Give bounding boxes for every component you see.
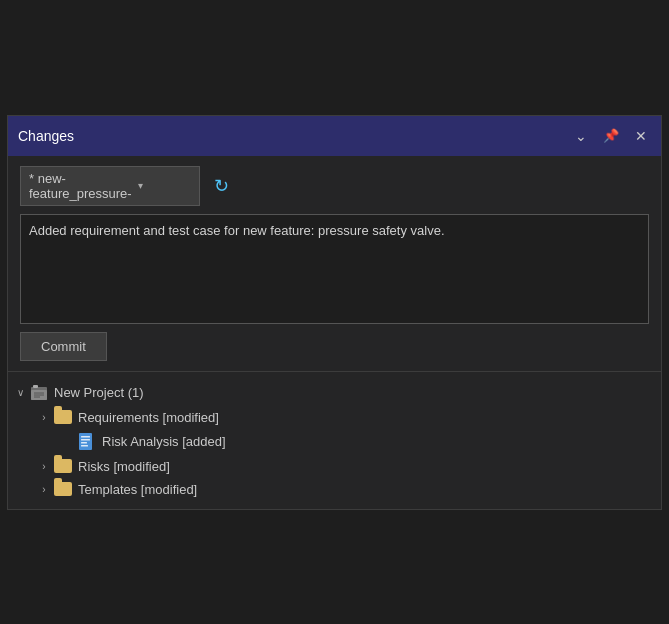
folder-icon-risks (52, 459, 74, 473)
branch-row: * new-feature_pressure- ▾ ↻ (20, 166, 649, 206)
branch-chevron-icon: ▾ (138, 180, 191, 191)
doc-icon-risk-analysis (76, 433, 98, 451)
title-bar: Changes ⌄ 📌 ✕ (8, 116, 661, 156)
expand-icon-templates: › (36, 484, 52, 495)
expand-icon-risks: › (36, 461, 52, 472)
svg-rect-8 (81, 439, 90, 441)
pin-icon: 📌 (603, 128, 619, 143)
tree-section: ∨ New Project (1) › Requirements [modifi… (8, 376, 661, 509)
requirements-label: Requirements [modified] (78, 410, 219, 425)
svg-rect-2 (33, 385, 38, 388)
tree-item-risks[interactable]: › Risks [modified] (8, 455, 661, 478)
svg-rect-7 (81, 436, 90, 438)
title-bar-controls: ⌄ 📌 ✕ (571, 126, 651, 146)
templates-label: Templates [modified] (78, 482, 197, 497)
tree-root-item[interactable]: ∨ New Project (1) (8, 380, 661, 406)
expand-icon-requirements: › (36, 412, 52, 423)
risks-label: Risks [modified] (78, 459, 170, 474)
branch-selector[interactable]: * new-feature_pressure- ▾ (20, 166, 200, 206)
collapse-button[interactable]: ⌄ (571, 126, 591, 146)
tree-item-templates[interactable]: › Templates [modified] (8, 478, 661, 501)
commit-message-input[interactable] (20, 214, 649, 324)
folder-icon-templates (52, 482, 74, 496)
commit-button[interactable]: Commit (20, 332, 107, 361)
refresh-icon: ↻ (214, 175, 229, 197)
project-label: New Project (1) (54, 385, 144, 400)
svg-rect-9 (81, 442, 87, 444)
risk-analysis-label: Risk Analysis [added] (102, 434, 226, 449)
tree-item-risk-analysis[interactable]: Risk Analysis [added] (8, 429, 661, 455)
close-icon: ✕ (635, 128, 647, 144)
panel-title: Changes (18, 128, 571, 144)
expand-icon-project: ∨ (12, 387, 28, 398)
chevron-down-icon: ⌄ (575, 128, 587, 144)
folder-icon-requirements (52, 410, 74, 424)
changes-panel: Changes ⌄ 📌 ✕ * new-feature_pressure- ▾ … (7, 115, 662, 510)
svg-rect-10 (81, 445, 88, 447)
branch-name: * new-feature_pressure- (29, 171, 132, 201)
pin-button[interactable]: 📌 (599, 126, 623, 145)
close-button[interactable]: ✕ (631, 126, 651, 146)
svg-rect-6 (79, 433, 92, 450)
refresh-button[interactable]: ↻ (208, 173, 235, 199)
project-icon (28, 384, 50, 402)
tree-item-requirements[interactable]: › Requirements [modified] (8, 406, 661, 429)
divider (8, 371, 661, 372)
panel-content: * new-feature_pressure- ▾ ↻ Commit (8, 156, 661, 371)
